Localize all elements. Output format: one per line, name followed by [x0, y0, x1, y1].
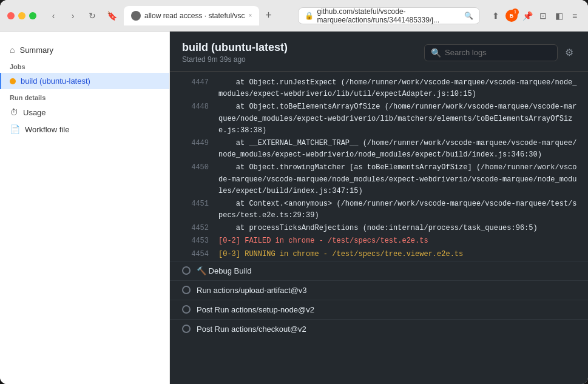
minimize-button[interactable]: [18, 12, 25, 19]
line-number: 4447: [180, 77, 209, 89]
home-icon: ⌂: [10, 45, 15, 55]
log-text: at __EXTERNAL_MATCHER_TRAP__ (/home/runn…: [218, 138, 578, 161]
log-line: 4447 at Object.runJestExpect (/home/runn…: [170, 76, 588, 101]
usage-label: Usage: [23, 108, 46, 117]
log-content[interactable]: 4447 at Object.runJestExpect (/home/runn…: [170, 72, 588, 384]
reading-list-icon[interactable]: ⊡: [537, 10, 549, 22]
step-item[interactable]: Post Run actions/checkout@v2: [170, 319, 588, 339]
jobs-section-title: Jobs: [0, 58, 169, 73]
log-line: 4454[0-3] RUNNING in chrome - /test/spec…: [170, 248, 588, 261]
brave-icon[interactable]: B 1: [505, 10, 518, 22]
search-magnifier-icon: 🔍: [431, 48, 441, 58]
pin-icon[interactable]: 📌: [521, 10, 533, 22]
summary-label: Summary: [19, 45, 53, 55]
tab-close-button[interactable]: ×: [248, 12, 252, 19]
build-job-label: build (ubuntu-latest): [21, 76, 90, 86]
log-text: at processTicksAndRejections (node:inter…: [218, 223, 578, 234]
job-status-dot: [10, 78, 16, 84]
step-item[interactable]: Run actions/upload-artifact@v3: [170, 280, 588, 300]
step-circle-icon: [182, 286, 191, 294]
step-label: 🔨 Debug Build: [197, 266, 251, 275]
step-label: Post Run actions/setup-node@v2: [197, 305, 314, 314]
url-text: github.com/stateful/vscode-marquee/actio…: [317, 7, 461, 24]
clock-icon: ⏱: [10, 107, 18, 117]
menu-icon[interactable]: ≡: [569, 10, 581, 22]
log-text: [0-3] RUNNING in chrome - /test/specs/tr…: [218, 249, 578, 260]
bookmarks-button[interactable]: 🔖: [104, 8, 119, 23]
browser-window: ‹ › ↻ 🔖 allow read access · stateful/vsc…: [0, 0, 588, 384]
panel-header: build (ubuntu-latest) Started 9m 39s ago…: [170, 32, 588, 72]
forward-button[interactable]: ›: [66, 8, 80, 23]
share-icon[interactable]: ⬆: [490, 10, 502, 22]
log-text: [0-2] FAILED in chrome - /test/specs/tes…: [218, 235, 578, 247]
back-button[interactable]: ‹: [46, 8, 61, 23]
build-title: build (ubuntu-latest): [182, 41, 288, 54]
active-tab[interactable]: allow read access · stateful/vsc ×: [124, 6, 259, 25]
log-line: 4449 at __EXTERNAL_MATCHER_TRAP__ (/home…: [170, 137, 588, 161]
workflow-file-label: Workflow file: [25, 125, 69, 134]
search-input[interactable]: [445, 48, 551, 57]
svg-point-0: [133, 13, 138, 18]
sidebar-item-build-job[interactable]: build (ubuntu-latest): [0, 73, 169, 89]
titlebar: ‹ › ↻ 🔖 allow read access · stateful/vsc…: [0, 0, 588, 32]
line-number: 4453: [180, 235, 209, 247]
step-label: Post Run actions/checkout@v2: [197, 325, 306, 334]
step-circle-icon: [182, 305, 191, 314]
log-text: at Object.runJestExpect (/home/runner/wo…: [218, 77, 578, 100]
sidebar: ⌂ Summary Jobs build (ubuntu-latest) Run…: [0, 32, 170, 384]
sidebar-item-summary[interactable]: ⌂ Summary: [0, 41, 169, 58]
sidebar-item-usage[interactable]: ⏱ Usage: [0, 104, 169, 121]
log-line: 4448 at Object.toBeElementsArrayOfSize (…: [170, 101, 588, 137]
log-line: 4451 at Context.<anonymous> (/home/runne…: [170, 198, 588, 222]
reload-button[interactable]: ↻: [85, 8, 100, 23]
log-text: at Object.throwingMatcher [as toBeElemen…: [218, 162, 578, 197]
file-icon: 📄: [10, 124, 20, 134]
line-number: 4452: [180, 223, 209, 234]
log-line: 4453[0-2] FAILED in chrome - /test/specs…: [170, 235, 588, 248]
traffic-lights: [7, 12, 36, 19]
line-number: 4451: [180, 198, 209, 210]
log-line: 4450 at Object.throwingMatcher [as toBeE…: [170, 161, 588, 198]
step-item[interactable]: 🔨 Debug Build: [170, 261, 588, 280]
line-number: 4454: [180, 249, 209, 260]
build-info: build (ubuntu-latest) Started 9m 39s ago: [182, 41, 288, 64]
step-circle-icon: [182, 325, 191, 333]
run-details-section-title: Run details: [0, 89, 169, 104]
address-bar[interactable]: 🔒 github.com/stateful/vscode-marquee/act…: [298, 7, 481, 24]
search-icon: 🔍: [464, 12, 473, 20]
main-content: ⌂ Summary Jobs build (ubuntu-latest) Run…: [0, 32, 588, 384]
search-box[interactable]: 🔍: [424, 44, 558, 61]
step-item[interactable]: Post Run actions/setup-node@v2: [170, 300, 588, 319]
tab-favicon: [131, 11, 141, 21]
close-button[interactable]: [7, 12, 15, 19]
build-subtitle: Started 9m 39s ago: [182, 55, 288, 64]
tab-title: allow read access · stateful/vsc: [144, 12, 245, 20]
settings-button[interactable]: ⚙: [563, 44, 576, 61]
maximize-button[interactable]: [29, 12, 36, 19]
line-number: 4450: [180, 162, 209, 173]
step-circle-icon: [182, 266, 191, 275]
log-text: at Context.<anonymous> (/home/runner/wor…: [218, 198, 578, 221]
main-panel: build (ubuntu-latest) Started 9m 39s ago…: [170, 32, 588, 384]
toolbar-icons: ⬆ B 1 📌 ⊡ ◧ ≡: [490, 10, 581, 22]
new-tab-button[interactable]: +: [262, 9, 275, 22]
sidebar-item-workflow-file[interactable]: 📄 Workflow file: [0, 121, 169, 138]
log-text: at Object.toBeElementsArrayOfSize (/home…: [218, 101, 578, 136]
tab-bar: allow read access · stateful/vsc × +: [124, 6, 293, 25]
step-label: Run actions/upload-artifact@v3: [197, 286, 307, 295]
line-number: 4449: [180, 138, 209, 149]
log-line: 4452 at processTicksAndRejections (node:…: [170, 222, 588, 235]
line-number: 4448: [180, 101, 209, 113]
wallet-icon[interactable]: ◧: [553, 10, 565, 22]
lock-icon: 🔒: [305, 12, 314, 20]
